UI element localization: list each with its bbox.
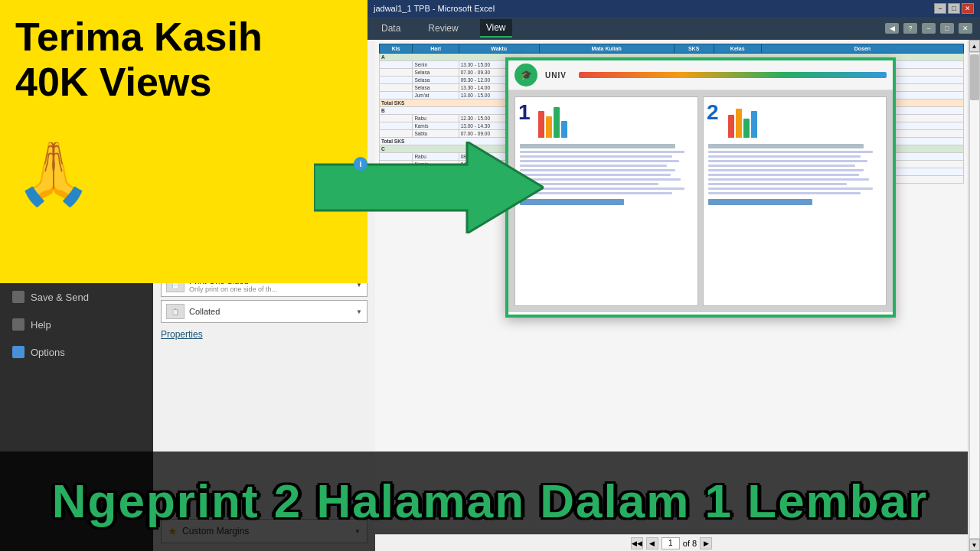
- preview-header: 🎓 UNIV: [508, 60, 893, 90]
- mini-line2-10: [708, 192, 861, 194]
- col-waktu: Waktu: [459, 44, 539, 54]
- scrollbar-thumb: [970, 54, 979, 100]
- overlay-title: Terima Kasih 40K Views: [15, 15, 263, 105]
- bottom-nav: ◀◀ ◀ of 8 ▶: [375, 534, 968, 551]
- col-dosen: Dosen: [761, 44, 963, 54]
- tab-data[interactable]: Data: [375, 20, 407, 37]
- bar2-3: [743, 119, 750, 138]
- page-prev[interactable]: ◀: [646, 537, 658, 549]
- help-icon: [12, 318, 24, 331]
- bar2-2: [736, 109, 742, 138]
- mini-line2-4: [708, 165, 855, 167]
- prayer-emoji: 🙏: [15, 138, 92, 210]
- page-number-input[interactable]: [662, 537, 680, 549]
- print-sided-sub: Only print on one side of th...: [189, 285, 277, 293]
- preview-univ-text: UNIV: [545, 71, 567, 80]
- mini-chart-1: [538, 103, 577, 138]
- scrollbar-track[interactable]: [969, 52, 980, 539]
- tab-review[interactable]: Review: [422, 20, 464, 37]
- mini-lines-1: [520, 144, 693, 205]
- bar-3: [554, 107, 560, 138]
- collated-dropdown[interactable]: 📋 Collated ▼: [161, 300, 368, 323]
- ribbon-help-icon[interactable]: ?: [903, 23, 917, 34]
- mini-line2-7: [708, 178, 869, 181]
- mini-line2-8: [708, 183, 847, 185]
- color-stripe: [579, 72, 887, 78]
- collated-arrow: ▼: [356, 308, 362, 315]
- page2-number: 2: [707, 100, 719, 125]
- mini-lines-2: [708, 144, 881, 205]
- mini-chart-2: [728, 103, 766, 138]
- ribbon-restore-icon[interactable]: □: [940, 23, 954, 34]
- scroll-up[interactable]: ▲: [969, 40, 980, 52]
- bar2-1: [728, 115, 734, 138]
- preview-logo: 🎓: [514, 64, 537, 86]
- page-next[interactable]: ▶: [700, 537, 712, 549]
- mini-line2-5: [708, 169, 864, 171]
- right-scrollbar: ▲ ▼: [968, 40, 980, 551]
- maximize-button[interactable]: □: [948, 3, 960, 14]
- ribbon-close-icon[interactable]: ✕: [959, 23, 972, 34]
- title-bar-text: jadwal1_1 TPB - Microsoft Excel: [374, 4, 495, 13]
- sidebar-item-options[interactable]: Options: [0, 338, 153, 366]
- mini-line2-9: [708, 187, 873, 190]
- big-arrow: [314, 142, 544, 233]
- mini-line2-3: [708, 160, 867, 162]
- bar-4: [561, 121, 567, 138]
- ribbon-right-buttons: ◀ ? − □ ✕: [885, 23, 972, 34]
- mini-line2-1: [708, 151, 873, 153]
- options-icon: [12, 346, 24, 358]
- mini-line-3: [520, 160, 679, 162]
- mini-line-1: [520, 151, 684, 153]
- page1-number: 1: [518, 100, 531, 125]
- yellow-overlay: Terima Kasih 40K Views 🙏: [0, 0, 368, 283]
- floating-info-icon[interactable]: i: [354, 157, 368, 171]
- ribbon-back-icon[interactable]: ◀: [885, 23, 899, 34]
- svg-marker-0: [314, 142, 544, 233]
- mini-line2-6: [708, 174, 859, 176]
- col-mata-kuliah: Mata Kuliah: [539, 44, 674, 54]
- mini-line2-2: [708, 155, 861, 158]
- tab-view[interactable]: View: [480, 19, 512, 37]
- pages-container: 1: [508, 90, 893, 312]
- ribbon-minimize-icon[interactable]: −: [922, 23, 936, 34]
- sidebar-item-help[interactable]: Help: [0, 311, 153, 338]
- collated-icon: 📋: [166, 304, 185, 319]
- close-button[interactable]: ✕: [962, 3, 974, 14]
- bottom-text: Ngeprint 2 Halaman Dalam 1 Lembar: [52, 478, 928, 525]
- mini-header-2: [708, 144, 864, 148]
- properties-link[interactable]: Properties: [161, 326, 368, 343]
- title-bar: jadwal1_1 TPB - Microsoft Excel − □ ✕: [368, 0, 980, 17]
- mini-line-9: [520, 187, 684, 190]
- bar2-4: [751, 111, 757, 138]
- bar-2: [546, 116, 552, 138]
- page-first[interactable]: ◀◀: [631, 537, 643, 549]
- minimize-button[interactable]: −: [934, 3, 946, 14]
- title-bar-buttons: − □ ✕: [934, 3, 974, 14]
- col-kls: Kls: [380, 44, 413, 54]
- views-text: 40K Views: [15, 59, 263, 105]
- col-sks: SKS: [674, 44, 714, 54]
- mini-bottom-bar-2: [708, 199, 812, 205]
- bar-1: [538, 111, 544, 138]
- preview-box: 🎓 UNIV 1: [505, 57, 896, 318]
- terima-kasih-text: Terima Kasih: [15, 15, 263, 59]
- sidebar-item-save-send[interactable]: Save & Send: [0, 283, 153, 311]
- col-kelas: Kelas: [714, 44, 761, 54]
- save-send-icon: [12, 291, 24, 303]
- mini-line-7: [520, 178, 681, 181]
- ribbon: Data Review View ◀ ? − □ ✕: [368, 17, 980, 40]
- scroll-down[interactable]: ▼: [969, 539, 980, 551]
- col-hari: Hari: [413, 44, 459, 54]
- page-total: of 8: [683, 539, 697, 548]
- mini-page-2: 2: [703, 96, 887, 306]
